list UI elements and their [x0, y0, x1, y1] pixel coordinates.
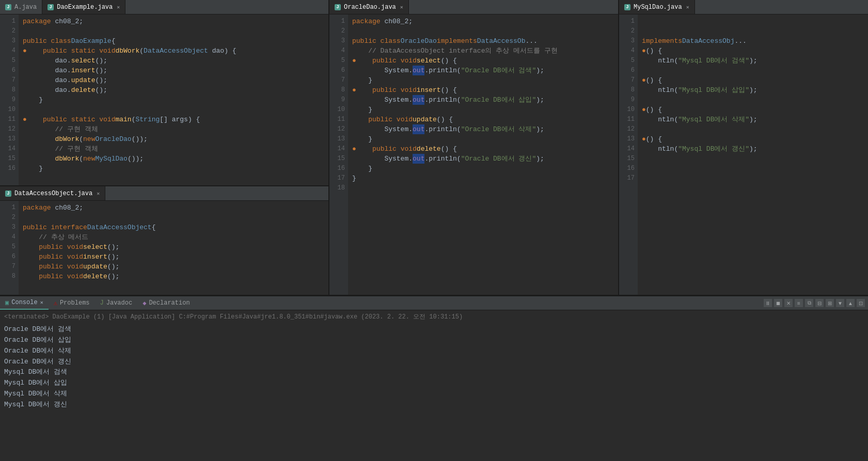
java-icon: J: [48, 4, 54, 10]
code-line: public class DaoExample {: [23, 36, 324, 46]
console-icon: ▣: [5, 299, 9, 307]
code-line: public void delete();: [23, 272, 324, 281]
console-btn-4[interactable]: ≡: [795, 299, 803, 307]
console-close-icon[interactable]: ✕: [40, 299, 43, 306]
problems-icon: ⚠: [54, 299, 57, 307]
console-btn-1[interactable]: ⏸: [764, 299, 772, 307]
code-line: ●() {: [642, 75, 864, 85]
code-line: dao.delete();: [23, 85, 324, 95]
code-line: [642, 26, 864, 36]
code-line: package ch08_2;: [352, 17, 614, 26]
console-btn-7[interactable]: ⊞: [826, 299, 834, 307]
console-btn-10[interactable]: ⊡: [857, 299, 865, 307]
tab-a-java-label: A.java: [14, 4, 37, 11]
code-line: ● public void select() {: [352, 56, 614, 66]
code-line: [642, 154, 864, 164]
javadoc-icon: J: [100, 299, 104, 307]
code-line: public void select();: [23, 242, 324, 252]
data-access-code: package ch08_2; public interface DataAcc…: [19, 201, 328, 295]
console-toolbar: ⏸ ⏹ ✕ ≡ ⧉ ⊟ ⊞ ▼ ▲ ⊡: [764, 296, 868, 310]
code-line: ntln("Mysql DB에서 삽입");: [642, 85, 864, 95]
java-icon: J: [624, 4, 630, 10]
code-line: dao.insert();: [23, 66, 324, 75]
tab-oracle-dao-label: OracleDao.java: [344, 4, 396, 11]
code-line: // 구현 객체: [23, 124, 324, 134]
code-line: }: [352, 75, 614, 85]
declaration-icon: ◆: [143, 299, 146, 307]
console-terminated-text: <terminated> DaoExample (1) [Java Applic…: [4, 312, 864, 322]
code-line: ●() {: [642, 46, 864, 56]
problems-tab-label: Problems: [60, 299, 90, 307]
dao-example-code: package ch08_2; public class DaoExample …: [19, 14, 328, 185]
console-output-3: Oracle DB에서 삭제: [4, 346, 864, 357]
line-numbers-dao2: 1 2 3 4 5 6 7 8: [0, 201, 19, 295]
code-line: System.out.println("Oracle DB에서 삽입");: [352, 95, 614, 105]
tab-mysql-close[interactable]: ✕: [686, 4, 689, 10]
console-area: ▣ Console ✕ ⚠ Problems J Javadoc ◆ Decla…: [0, 296, 868, 461]
java-icon: J: [5, 190, 11, 197]
code-line: [642, 66, 864, 75]
tab-dao-example-close[interactable]: ✕: [117, 4, 120, 10]
code-line: dbWork(new MySqlDao());: [23, 154, 324, 164]
console-btn-2[interactable]: ⏹: [774, 299, 782, 307]
code-line: [642, 95, 864, 105]
code-line: [352, 183, 614, 193]
line-numbers-oracle: 1 2 3 4 5 6 7 8 9 10 11 12 13 14 15 16 1…: [329, 14, 348, 295]
tab-data-access-label: DataAccessObject.java: [14, 190, 92, 197]
console-btn-8[interactable]: ▼: [836, 299, 844, 307]
console-output-7: Mysql DB에서 삭제: [4, 389, 864, 400]
tab-oracle-dao[interactable]: J OracleDao.java ✕: [329, 0, 409, 14]
code-line: [642, 124, 864, 134]
code-line: public interface DataAccessObject {: [23, 222, 324, 232]
console-btn-5[interactable]: ⧉: [805, 299, 813, 307]
console-tab-javadoc[interactable]: J Javadoc: [95, 296, 138, 310]
tab-mysql-dao-label: MySqlDao.java: [634, 4, 682, 11]
code-line: dbWork(new OracleDao());: [23, 134, 324, 144]
console-output-1: Oracle DB에서 검색: [4, 324, 864, 335]
code-line: public void insert();: [23, 252, 324, 262]
tab-a-java[interactable]: J A.java: [0, 0, 42, 14]
code-line: ● public static void dbWork(DataAccessOb…: [23, 46, 324, 56]
code-line: [23, 213, 324, 222]
code-line: [352, 26, 614, 36]
data-access-code-area: 1 2 3 4 5 6 7 8 package ch08_2; public i…: [0, 201, 328, 295]
tab-dao-example[interactable]: J DaoExample.java ✕: [42, 0, 125, 14]
console-btn-3[interactable]: ✕: [784, 299, 793, 307]
console-tab-problems[interactable]: ⚠ Problems: [49, 296, 95, 310]
code-line: }: [352, 164, 614, 173]
code-line: ntln("Mysql DB에서 검색");: [642, 56, 864, 66]
tab-oracle-close[interactable]: ✕: [400, 4, 403, 10]
console-btn-6[interactable]: ⊟: [815, 299, 824, 307]
code-line: ntln("Mysql DB에서 삭제");: [642, 115, 864, 124]
console-tab-declaration[interactable]: ◆ Declaration: [137, 296, 195, 310]
code-line: }: [352, 134, 614, 144]
code-line: System.out.println("Oracle DB에서 갱신");: [352, 154, 614, 164]
code-line: }: [352, 105, 614, 115]
tab-data-access-object[interactable]: J DataAccessObject.java ✕: [0, 186, 105, 200]
code-line: }: [23, 164, 324, 173]
java-icon: J: [5, 4, 11, 10]
tab-mysql-dao[interactable]: J MySqlDao.java ✕: [619, 0, 695, 14]
code-line: }: [352, 173, 614, 183]
console-output-4: Oracle DB에서 갱신: [4, 357, 864, 368]
tab-data-access-close[interactable]: ✕: [97, 190, 100, 197]
code-line: public class OracleDao implements DataAc…: [352, 36, 614, 46]
console-tab-console[interactable]: ▣ Console ✕: [0, 296, 49, 310]
dao-example-pane: J A.java J DaoExample.java ✕ 1 2 3 4 5 6: [0, 0, 328, 186]
javadoc-tab-label: Javadoc: [106, 299, 132, 307]
code-line: package ch08_2;: [23, 17, 324, 26]
code-line: dao.update();: [23, 75, 324, 85]
code-line: [642, 17, 864, 26]
line-numbers-mysql: 1 2 3 4 5 6 7 8 9 10 11 12 13 14 15 16 1…: [619, 14, 638, 295]
dao-example-code-area: 1 2 3 4 5 6 7 8 9 10 11 12 13 14 15 16: [0, 14, 328, 185]
right-panel: J MySqlDao.java ✕ 1 2 3 4 5 6 7 8 9 10 1…: [619, 0, 868, 295]
code-line: [23, 26, 324, 36]
tab-dao-example-label: DaoExample.java: [57, 4, 113, 11]
code-line: // 구현 객체: [23, 144, 324, 154]
console-tab-label: Console: [11, 299, 37, 306]
console-btn-9[interactable]: ▲: [846, 299, 855, 307]
code-line: }: [23, 95, 324, 105]
left-top-tab-bar: J A.java J DaoExample.java ✕: [0, 0, 328, 14]
console-tab-bar: ▣ Console ✕ ⚠ Problems J Javadoc ◆ Decla…: [0, 296, 868, 310]
code-line: ● public void insert() {: [352, 85, 614, 95]
